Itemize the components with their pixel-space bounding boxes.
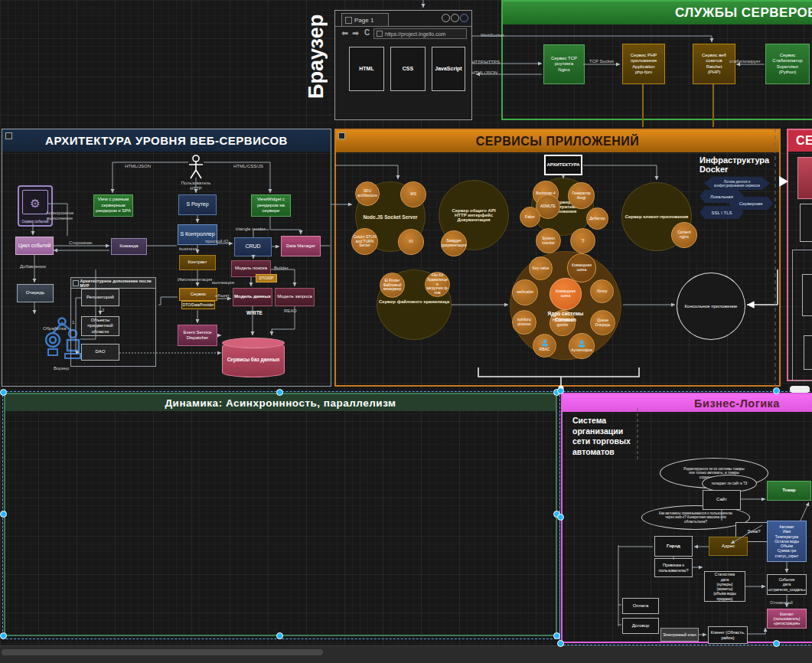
node-automat[interactable]: Автомат Имя Температура Остаток воды Объ…	[767, 521, 807, 562]
selection-handle[interactable]	[557, 514, 564, 521]
node-contract[interactable]: Контракт	[179, 255, 216, 270]
sat-logger[interactable]: Логер	[590, 279, 614, 303]
css-block[interactable]: CSS	[390, 47, 426, 91]
collapse-icon[interactable]	[5, 132, 12, 139]
node-contact[interactable]: Контакт (пользователь) «регистрация»	[767, 609, 807, 629]
sat-rbac[interactable]: RBAC	[533, 334, 556, 358]
window-minimize-icon[interactable]	[442, 14, 450, 22]
sat-keyvalue[interactable]: Key-value	[529, 256, 553, 280]
tab-label: Page 1	[354, 17, 373, 24]
sat-debugger[interactable]: Дебаггер	[586, 207, 608, 230]
sat-faker[interactable]: Faker	[520, 207, 540, 227]
web-arch-header: АРХИТЕКТУРА УРОВНЯ ВЕБ-СЕРВИСОВ	[2, 129, 331, 152]
diagram-canvas[interactable]: Браузер Page 1 ⬅ ➡ C https://project.ing…	[0, 0, 812, 663]
browser-window[interactable]: Page 1 ⬅ ➡ C https://project.ingello.com…	[334, 10, 472, 120]
node-dao[interactable]: DAO	[81, 344, 119, 361]
node-city[interactable]: Город	[654, 536, 693, 557]
selection-handle[interactable]	[276, 389, 283, 396]
sat-coturn[interactable]: Coturn STUN and TURN Server	[351, 228, 378, 255]
refresh-icon[interactable]: C	[364, 28, 370, 37]
node-address[interactable]: Адрес	[709, 537, 748, 556]
node-stats[interactable]: Статистика дата (купюры) (монеты) (объём…	[704, 571, 745, 602]
selection-handle[interactable]	[553, 632, 560, 639]
sat-auth[interactable]: Аутентифик	[569, 333, 595, 359]
selection-handle[interactable]	[773, 387, 780, 394]
node-command[interactable]: Команда	[111, 238, 147, 255]
node-payment[interactable]: Оплата	[622, 598, 659, 614]
sat-queue[interactable]: Queue Очередь	[590, 310, 615, 335]
url-bar[interactable]: https://project.ingello.com	[373, 28, 467, 39]
sat-swagger[interactable]: Swagger документация	[441, 230, 467, 256]
sat-io[interactable]: IO	[398, 229, 424, 255]
selection-handle[interactable]	[0, 511, 7, 518]
node-queue[interactable]: Очередь	[17, 284, 54, 302]
right-red-box[interactable]	[797, 157, 812, 199]
node-event-dispatcher[interactable]: Event Service Dispatcher	[178, 325, 217, 346]
forward-icon[interactable]: ➡	[352, 28, 359, 38]
node-events[interactable]: События дата «стратегия_создать»	[767, 574, 807, 595]
circle-console[interactable]: Консольное приложение	[677, 273, 745, 340]
scrollbar-thumb[interactable]	[2, 649, 323, 655]
sat-elfinder[interactable]: El Finder Файловый менеджер	[380, 273, 405, 298]
node-ekey[interactable]: Электронный ключ	[660, 628, 699, 642]
node-view-spa[interactable]: View с разным серверным рендером и SPA	[93, 194, 133, 217]
sat-symfony[interactable]: symfony process	[512, 310, 536, 335]
node-contract[interactable]: Договор	[622, 618, 659, 634]
sat-sfu[interactable]: SFU architecture	[355, 181, 380, 206]
back-icon[interactable]: ⬅	[341, 28, 348, 38]
bottom-scrollbar[interactable]	[0, 645, 812, 663]
node-architecture-ref[interactable]: АРХИТЕКТУРА	[544, 155, 582, 175]
selection-handle[interactable]	[773, 640, 780, 647]
window-maximize-icon[interactable]	[451, 14, 459, 22]
browser-side-label[interactable]: Браузер	[305, 6, 334, 107]
browser-tab[interactable]: Page 1	[341, 13, 389, 26]
label-impl: Имплементация	[178, 277, 212, 283]
node-php-app[interactable]: Сервис PHP приложения Application php-fp…	[622, 44, 665, 84]
section-pill-handle[interactable]	[790, 386, 810, 393]
right-dark-box-3[interactable]	[804, 335, 812, 370]
node-data-model[interactable]: Модель данных	[233, 288, 272, 306]
node-db-services[interactable]: Сервисы баз данных	[222, 341, 285, 377]
node-domain-objects[interactable]: Объекты предметной области	[81, 316, 119, 336]
sat-generator[interactable]: Генератор Amgi	[568, 182, 595, 209]
docker-panel[interactable]: Инфраструктура Docker Логика деплоя и ко…	[699, 155, 770, 217]
section-dynamics[interactable]: Динамика: Асинхроннность, параллелизм	[4, 393, 557, 636]
sat-question[interactable]: ?	[570, 228, 595, 253]
node-event-loop[interactable]: Цикл событий	[15, 237, 54, 255]
sat-filekit[interactable]: File Kit Хранилище и загрузчик ф-лов	[425, 272, 450, 297]
node-repository[interactable]: Репозиторий	[81, 289, 119, 306]
node-supervisor[interactable]: Сервис Стабилизатор Supervisor (Python)	[765, 44, 810, 84]
right-dark-box-1[interactable]	[800, 204, 812, 242]
node-service[interactable]: Сервис DTO/DataProvider	[179, 288, 217, 310]
selection-handle[interactable]	[557, 640, 564, 647]
app-services-header: СЕРВИСЫ ПРИЛОЖЕНИЙ	[336, 130, 779, 152]
node-viewwidget[interactable]: ViewWidget с рендером на сервере	[251, 194, 291, 217]
selection-handle[interactable]	[557, 387, 564, 394]
node-query-model[interactable]: Модель запроса	[275, 288, 315, 306]
right-dark-box-2[interactable]	[802, 274, 812, 316]
node-dto-dp[interactable]: DTO/DP	[256, 274, 277, 283]
javascript-block[interactable]: JavaScript	[432, 47, 465, 91]
sat-cmdbus-top[interactable]: Командная шина	[567, 253, 596, 283]
node-crud[interactable]: CRUD	[234, 237, 272, 256]
sat-cmdbus-center[interactable]: Командная шина	[549, 278, 582, 310]
collapse-icon[interactable]	[73, 280, 79, 286]
selection-handle[interactable]	[0, 632, 7, 639]
node-router[interactable]: S Роутер	[178, 194, 217, 215]
sat-mailer[interactable]: wellmailer	[512, 279, 538, 305]
node-user-binding[interactable]: Привязка к пользователю?	[654, 558, 693, 577]
html-block[interactable]: HTML	[349, 47, 384, 91]
selection-handle[interactable]	[0, 389, 7, 396]
sat-content[interactable]: Content nginx	[671, 222, 697, 248]
node-product[interactable]: Товар	[767, 481, 811, 501]
sat-ws[interactable]: WS	[400, 181, 426, 207]
selection-handle[interactable]	[276, 632, 283, 639]
sat-system-monitor[interactable]: System monitor	[536, 228, 561, 253]
node-data-manager[interactable]: Data Manager	[281, 236, 321, 256]
node-client[interactable]: Клиент (Область, район)	[708, 626, 748, 644]
window-close-icon[interactable]	[460, 14, 468, 22]
node-tcp-router[interactable]: Сервис TCP роутинга Nginx	[543, 44, 585, 84]
collapse-icon[interactable]	[338, 132, 345, 139]
node-site[interactable]: Сайт	[703, 490, 741, 510]
docker-hex-ssl[interactable]: SSL \ TLS	[699, 206, 744, 219]
